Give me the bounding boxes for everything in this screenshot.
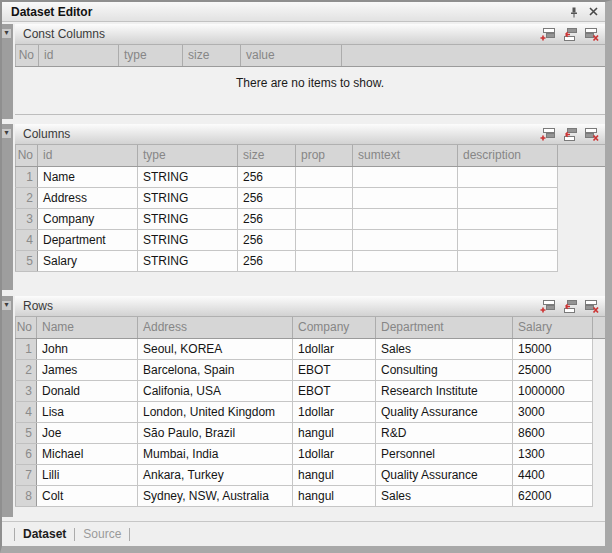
table-cell[interactable]: hangul [293, 485, 376, 506]
table-cell[interactable]: Donald [37, 380, 138, 401]
table-cell[interactable]: STRING [138, 229, 238, 250]
table-cell[interactable]: 1dollar [293, 338, 376, 359]
table-cell[interactable]: 1000000 [513, 380, 593, 401]
table-cell[interactable]: 256 [238, 208, 296, 229]
table-cell[interactable]: 1300 [513, 443, 593, 464]
table-cell[interactable]: 1dollar [293, 401, 376, 422]
close-button[interactable] [585, 4, 601, 19]
table-cell[interactable]: Joe [37, 422, 138, 443]
table-cell[interactable]: Quality Assurance [376, 464, 513, 485]
table-cell[interactable] [458, 166, 558, 187]
table-cell[interactable]: 15000 [513, 338, 593, 359]
const-columns-collapse-icon[interactable]: ▾ [2, 29, 11, 38]
table-cell[interactable] [458, 187, 558, 208]
row-number-cell[interactable]: 4 [16, 401, 37, 422]
table-cell[interactable]: STRING [138, 250, 238, 271]
column-header-no: No [16, 317, 37, 338]
add-column-button[interactable] [539, 127, 556, 142]
table-cell[interactable]: Seoul, KOREA [138, 338, 293, 359]
table-cell[interactable]: hangul [293, 422, 376, 443]
table-cell[interactable]: Lilli [37, 464, 138, 485]
table-cell[interactable]: Mumbai, India [138, 443, 293, 464]
tab-source[interactable]: Source [83, 527, 121, 541]
row-number-cell[interactable]: 3 [16, 208, 38, 229]
table-cell[interactable]: Sydney, NSW, Australia [138, 485, 293, 506]
delete-column-button[interactable] [583, 127, 600, 142]
row-number-cell[interactable]: 1 [16, 166, 38, 187]
insert-column-button[interactable] [561, 127, 578, 142]
table-cell[interactable]: London, United Kingdom [138, 401, 293, 422]
table-cell[interactable]: 62000 [513, 485, 593, 506]
table-cell[interactable]: Califonia, USA [138, 380, 293, 401]
table-cell[interactable]: Colt [37, 485, 138, 506]
table-cell[interactable] [296, 208, 353, 229]
table-cell[interactable]: STRING [138, 208, 238, 229]
row-number-cell[interactable]: 2 [16, 187, 38, 208]
row-number-cell[interactable]: 7 [16, 464, 37, 485]
table-cell[interactable]: 256 [238, 166, 296, 187]
table-cell[interactable]: 25000 [513, 359, 593, 380]
table-cell[interactable]: James [37, 359, 138, 380]
table-cell[interactable]: 256 [238, 187, 296, 208]
table-cell[interactable]: Name [38, 166, 138, 187]
table-cell[interactable]: Sales [376, 338, 513, 359]
table-cell[interactable]: hangul [293, 464, 376, 485]
table-cell[interactable]: Ankara, Turkey [138, 464, 293, 485]
add-column-button[interactable] [539, 27, 556, 42]
table-cell[interactable] [296, 250, 353, 271]
delete-column-button[interactable] [583, 27, 600, 42]
table-cell[interactable]: 256 [238, 229, 296, 250]
table-cell[interactable] [296, 229, 353, 250]
columns-collapse-icon[interactable]: ▾ [2, 129, 11, 138]
table-cell[interactable]: Quality Assurance [376, 401, 513, 422]
row-number-cell[interactable]: 4 [16, 229, 38, 250]
table-cell[interactable] [353, 187, 458, 208]
table-cell[interactable]: Salary [38, 250, 138, 271]
table-cell[interactable] [353, 229, 458, 250]
table-cell[interactable]: São Paulo, Brazil [138, 422, 293, 443]
insert-column-button[interactable] [561, 27, 578, 42]
table-cell[interactable]: R&D [376, 422, 513, 443]
row-number-cell[interactable]: 5 [16, 422, 37, 443]
row-number-cell[interactable]: 1 [16, 338, 37, 359]
table-cell[interactable]: Department [38, 229, 138, 250]
table-cell[interactable] [353, 250, 458, 271]
table-cell[interactable] [353, 166, 458, 187]
row-number-cell[interactable]: 3 [16, 380, 37, 401]
table-cell[interactable]: Personnel [376, 443, 513, 464]
table-cell[interactable]: 3000 [513, 401, 593, 422]
row-number-cell[interactable]: 2 [16, 359, 37, 380]
table-cell[interactable]: EBOT [293, 359, 376, 380]
pin-button[interactable] [566, 4, 582, 19]
table-cell[interactable] [296, 187, 353, 208]
table-cell[interactable]: EBOT [293, 380, 376, 401]
table-cell[interactable]: Barcelona, Spain [138, 359, 293, 380]
tab-dataset[interactable]: Dataset [23, 527, 66, 541]
table-cell[interactable]: Company [38, 208, 138, 229]
table-cell[interactable]: Sales [376, 485, 513, 506]
table-cell[interactable]: Lisa [37, 401, 138, 422]
table-cell[interactable]: Michael [37, 443, 138, 464]
row-number-cell[interactable]: 5 [16, 250, 38, 271]
table-cell[interactable]: 4400 [513, 464, 593, 485]
table-cell[interactable]: STRING [138, 166, 238, 187]
table-cell[interactable]: Research Institute [376, 380, 513, 401]
table-cell[interactable] [458, 229, 558, 250]
table-cell[interactable]: 256 [238, 250, 296, 271]
add-column-button[interactable] [539, 299, 556, 314]
table-cell[interactable]: 1dollar [293, 443, 376, 464]
table-cell[interactable]: STRING [138, 187, 238, 208]
table-cell[interactable] [458, 250, 558, 271]
delete-column-button[interactable] [583, 299, 600, 314]
table-cell[interactable]: Consulting [376, 359, 513, 380]
row-number-cell[interactable]: 6 [16, 443, 37, 464]
table-cell[interactable] [353, 208, 458, 229]
table-cell[interactable]: 8600 [513, 422, 593, 443]
table-cell[interactable]: John [37, 338, 138, 359]
table-cell[interactable] [458, 208, 558, 229]
row-number-cell[interactable]: 8 [16, 485, 37, 506]
table-cell[interactable] [296, 166, 353, 187]
rows-collapse-icon[interactable]: ▾ [2, 301, 11, 310]
table-cell[interactable]: Address [38, 187, 138, 208]
insert-column-button[interactable] [561, 299, 578, 314]
